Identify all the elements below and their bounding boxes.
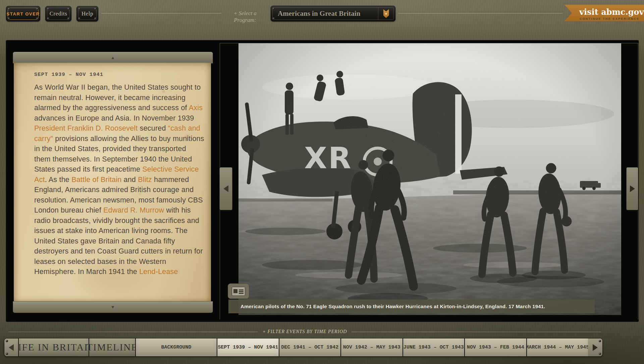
tab-period-label: NOV 1942 – MAY 1943 [343, 345, 400, 350]
scroll-down-button[interactable]: ▼ [13, 301, 213, 313]
visit-subtitle: CONTINUE THE EXPERIENCE [580, 17, 640, 20]
tab-period-6[interactable]: MARCH 1944 – MAY 1945 [526, 338, 588, 356]
filter-label: + FILTER EVENTS BY TIME PERIOD [263, 329, 347, 334]
screw-icon [6, 340, 8, 342]
screw-icon [36, 8, 39, 10]
filter-divider-line [352, 332, 601, 332]
screw-icon [8, 8, 10, 10]
program-dropdown-value: Americans in Great Britain [271, 9, 378, 18]
text-link[interactable]: Axis [189, 104, 203, 112]
photo-caption-bar: American pilots of the No. 71 Eagle Squa… [228, 300, 595, 313]
visit-title: visit abmc.gov [579, 7, 644, 17]
photo-prev-button[interactable] [219, 167, 232, 210]
tab-period-4[interactable]: JUNE 1943 – OCT 1943 [402, 338, 465, 356]
screw-icon [94, 8, 97, 10]
right-arrow-icon [593, 344, 598, 351]
tab-period-3[interactable]: NOV 1942 – MAY 1943 [340, 338, 402, 356]
tab-period-label: MARCH 1944 – MAY 1945 [526, 345, 588, 350]
program-dropdown[interactable]: Americans in Great Britain ★ [271, 6, 395, 21]
period-heading: SEPT 1939 – NOV 1941 [34, 72, 103, 78]
screw-icon [78, 8, 80, 10]
main-frame: ▲ SEPT 1939 – NOV 1941 As World War II b… [6, 40, 639, 322]
tabs-scroll-right-button[interactable] [588, 338, 602, 356]
scroll-up-button[interactable]: ▲ [13, 52, 213, 63]
tab-period-2[interactable]: DEC 1941 – OCT 1942 [279, 338, 341, 356]
screw-icon [272, 17, 275, 20]
screw-icon [36, 17, 39, 20]
screw-icon [78, 17, 80, 20]
tab-period-label: DEC 1941 – OCT 1942 [281, 345, 338, 350]
screw-icon [272, 7, 275, 10]
tab-period-label: SEPT 1939 – NOV 1941 [218, 345, 278, 350]
text-run: with his radio broadcasts, vividly broug… [34, 206, 203, 276]
text-link[interactable]: Blitz [138, 176, 152, 184]
tab-period-1[interactable]: SEPT 1939 – NOV 1941 [217, 338, 279, 356]
filter-bar: + FILTER EVENTS BY TIME PERIOD [8, 329, 601, 334]
reader-panel: ▲ SEPT 1939 – NOV 1941 As World War II b… [13, 50, 212, 313]
photo-next-button[interactable] [626, 167, 638, 210]
tab-period-label: JUNE 1943 – OCT 1943 [404, 345, 464, 350]
select-program-label: + Select a Program: [224, 10, 266, 24]
text-run: . As the [45, 176, 72, 184]
tab-timeline[interactable]: TIMELINE [89, 338, 135, 356]
text-link[interactable]: Battle of Britain [71, 176, 121, 184]
screw-icon [94, 17, 97, 20]
tab-period-label: BACKGROUND [161, 345, 191, 350]
screw-icon [8, 17, 10, 20]
credits-button[interactable]: Credits [45, 6, 71, 21]
text-link[interactable]: Edward R. Murrow [103, 206, 164, 214]
filter-divider-line [8, 332, 258, 332]
help-label: Help [82, 10, 93, 17]
text-link[interactable]: Lend-Lease [139, 268, 178, 276]
photo-image: XR [238, 43, 621, 315]
screw-icon [67, 17, 70, 20]
text-run: secured [138, 124, 168, 132]
screw-icon [599, 340, 601, 342]
tab-period-0[interactable]: BACKGROUND [135, 338, 217, 356]
paper: SEPT 1939 – NOV 1941 As World War II beg… [14, 63, 211, 302]
app-header: START OVER Credits Help + Select a Progr… [0, 0, 644, 36]
photo-stage: XR [238, 43, 621, 315]
left-arrow-icon [9, 344, 14, 351]
caption-card-icon [232, 287, 245, 296]
text-run: advances in Europe and Asia. In November… [34, 114, 194, 122]
screw-icon [47, 8, 49, 10]
pennant-star-icon: ★ [383, 9, 389, 18]
start-over-button[interactable]: START OVER [6, 6, 40, 21]
down-arrow-icon: ▼ [111, 305, 115, 309]
text-run: and [121, 176, 138, 184]
text-link[interactable]: President Franklin D. Roosevelt [34, 124, 138, 132]
tab-period-label: NOV 1943 – FEB 1944 [467, 345, 524, 350]
photo-caption: American pilots of the No. 71 Eagle Squa… [228, 304, 545, 309]
screw-icon [6, 353, 8, 355]
tab-period-5[interactable]: NOV 1943 – FEB 1944 [464, 338, 526, 356]
help-button[interactable]: Help [76, 6, 98, 21]
screw-icon [599, 353, 601, 355]
caption-toggle-button[interactable] [228, 283, 249, 299]
period-tabs: BACKGROUNDSEPT 1939 – NOV 1941DEC 1941 –… [135, 338, 588, 356]
right-arrow-icon [630, 185, 635, 192]
tabs-scroll-left-button[interactable] [4, 338, 18, 356]
header-divider-line [398, 13, 562, 13]
text-run: As World War II began, the United States… [34, 83, 201, 112]
up-arrow-icon: ▲ [111, 55, 115, 60]
screw-icon [67, 8, 70, 10]
header-divider-line [101, 13, 221, 13]
dropdown-open-cell[interactable]: ★ [378, 7, 394, 20]
visit-abmc-banner[interactable]: visit abmc.gov CONTINUE THE EXPERIENCE [565, 5, 644, 21]
period-paragraph: As World War II began, the United States… [34, 82, 204, 277]
left-arrow-icon [223, 185, 228, 192]
timeline-tabbar: LIFE IN BRITAIN TIMELINE BACKGROUNDSEPT … [4, 338, 603, 357]
start-over-label: START OVER [7, 11, 40, 16]
star-icon: ★ [385, 12, 387, 15]
credits-label: Credits [50, 10, 67, 17]
screw-icon [47, 17, 49, 20]
tab-life-in-britain[interactable]: LIFE IN BRITAIN [18, 338, 89, 356]
